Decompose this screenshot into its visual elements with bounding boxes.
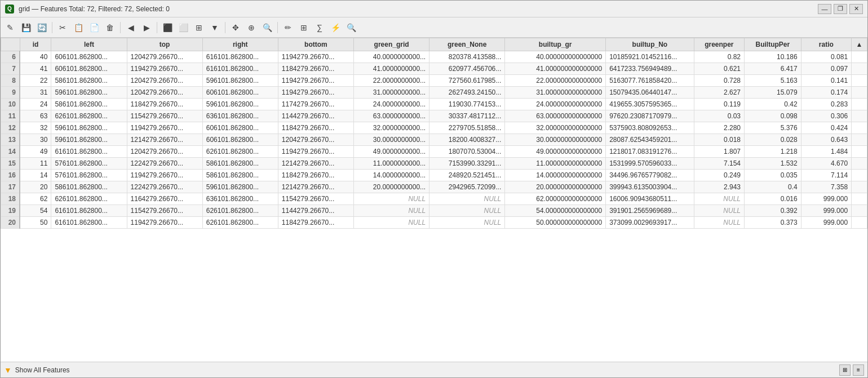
table-cell: 22 [20, 75, 51, 87]
table-cell: NULL [353, 205, 429, 217]
table-row[interactable]: 1024586101.862800...1184279.26670...5961… [1, 99, 867, 110]
table-cell: 2.627 [694, 87, 744, 99]
col-header-rownum[interactable] [1, 38, 20, 51]
toolbar-btn-search[interactable]: 🔍 [344, 20, 358, 35]
minimize-button[interactable]: — [818, 4, 831, 14]
toolbar-btn-invert[interactable]: ⊞ [192, 20, 206, 35]
table-row[interactable]: 1862626101.862800...1164279.26670...6361… [1, 193, 867, 205]
table-cell: 18200.4008327... [429, 134, 505, 146]
table-row[interactable]: 1720586101.862800...1224279.26670...5961… [1, 181, 867, 193]
table-cell: 596101.862800... [202, 181, 278, 193]
table-cell: 626101.862800... [202, 146, 278, 158]
toolbar-btn-reload[interactable]: 🔄 [34, 20, 49, 35]
toolbar-btn-zoom[interactable]: 🔍 [260, 20, 274, 35]
col-header-top[interactable]: top [127, 38, 202, 51]
table-row[interactable]: 1449616101.862800...1204279.26670...6261… [1, 146, 867, 158]
table-row[interactable]: 1163626101.862800...1154279.26670...6361… [1, 110, 867, 122]
table-cell: 616101.862800... [51, 205, 127, 217]
col-header-ratio[interactable]: ratio [801, 38, 851, 51]
toolbar-btn-1[interactable]: ✎ [3, 20, 17, 35]
table-cell: 5.163 [745, 75, 801, 87]
table-cell: 22.0000000000... [353, 75, 429, 87]
table-cell: 54.000000000000000 [505, 205, 606, 217]
toolbar-btn-edit1[interactable]: ✏ [281, 20, 295, 35]
table-cell: 586101.862800... [202, 170, 278, 181]
table-cell: 616101.862800... [51, 146, 127, 158]
col-header-sort[interactable]: ▲ [852, 38, 867, 51]
table-cell: 62.000000000000000 [505, 193, 606, 205]
table-row[interactable]: 1511576101.862800...1224279.26670...5861… [1, 158, 867, 170]
table-row[interactable]: 2050616101.862800...1194279.26670...6261… [1, 217, 867, 229]
table-cell: NULL [353, 217, 429, 229]
toolbar-btn-pan[interactable]: ⊕ [244, 20, 259, 35]
table-cell: 1184279.26670... [127, 99, 202, 110]
toolbar-btn-copy[interactable]: 📋 [71, 20, 86, 35]
table-row[interactable]: 640606101.862800...1204279.26670...61610… [1, 51, 867, 63]
show-features-button[interactable]: ▼ Show All Features [4, 366, 70, 375]
table-cell: 10.186 [745, 51, 801, 63]
table-cell: 63.000000000000000 [505, 110, 606, 122]
toolbar-btn-save[interactable]: 💾 [19, 20, 33, 35]
col-header-bottom[interactable]: bottom [278, 38, 353, 51]
toolbar-btn-next[interactable]: ▶ [139, 20, 154, 35]
col-header-green-none[interactable]: green_None [429, 38, 505, 51]
table-cell: 50.000000000000000 [505, 217, 606, 229]
table-row[interactable]: 1232596101.862800...1194279.26670...6061… [1, 122, 867, 134]
table-cell: 576101.862800... [51, 170, 127, 181]
table-cell: 14 [20, 170, 51, 181]
col-header-builtup-per[interactable]: BuiltupPer [745, 38, 801, 51]
table-cell: 10 [1, 99, 20, 110]
table-row[interactable]: 1954616101.862800...1154279.26670...6261… [1, 205, 867, 217]
toolbar-btn-table[interactable]: ⊞ [296, 20, 311, 35]
table-cell: 0.249 [694, 170, 744, 181]
table-container[interactable]: id left top right bottom green_grid gree… [1, 38, 867, 362]
toolbar-btn-delete[interactable]: 🗑 [103, 20, 117, 35]
table-cell: 636101.862800... [202, 193, 278, 205]
table-row[interactable]: 822586101.862800...1204279.26670...59610… [1, 75, 867, 87]
table-cell: NULL [353, 193, 429, 205]
table-row[interactable]: 931596101.862800...1204279.26670...60610… [1, 87, 867, 99]
toolbar-btn-conditional[interactable]: ⚡ [328, 20, 343, 35]
table-cell: 18 [1, 193, 20, 205]
table-cell: 1194279.26670... [278, 87, 353, 99]
table-cell: 586101.862800... [51, 99, 127, 110]
table-cell: 50 [20, 217, 51, 229]
col-header-builtup-gr[interactable]: builtup_gr [505, 38, 606, 51]
col-header-builtup-no[interactable]: builtup_No [606, 38, 694, 51]
toolbar-btn-deselect[interactable]: ⬜ [176, 20, 191, 35]
toolbar-btn-calc[interactable]: ∑ [312, 20, 327, 35]
col-header-id[interactable]: id [20, 38, 51, 51]
toolbar-btn-cut[interactable]: ✂ [55, 20, 70, 35]
table-cell: 63 [20, 110, 51, 122]
toolbar-btn-move[interactable]: ✥ [228, 20, 243, 35]
col-header-left[interactable]: left [51, 38, 127, 51]
title-bar: Q grid — Features Total: 72, Filtered: 7… [1, 1, 867, 17]
toolbar-btn-filter[interactable]: ▼ [207, 20, 222, 35]
table-cell: 40.0000000000... [353, 51, 429, 63]
table-cell: 5163077.761858420... [606, 75, 694, 87]
col-header-right[interactable]: right [202, 38, 278, 51]
toolbar-btn-select-all[interactable]: ⬛ [160, 20, 175, 35]
table-row[interactable]: 741606101.862800...1194279.26670...61610… [1, 63, 867, 75]
toolbar-btn-prev[interactable]: ◀ [123, 20, 138, 35]
table-cell: 1204279.26670... [127, 75, 202, 87]
table-cell: 0.4 [745, 181, 801, 193]
table-row[interactable]: 1614576101.862800...1194279.26670...5861… [1, 170, 867, 181]
table-cell: 2.280 [694, 122, 744, 134]
table-cell: 12 [1, 122, 20, 134]
col-header-green-grid[interactable]: green_grid [353, 38, 429, 51]
table-cell [852, 193, 867, 205]
status-btn-1[interactable]: ⊞ [839, 364, 851, 376]
table-row[interactable]: 1330596101.862800...1214279.26670...6061… [1, 134, 867, 146]
table-cell: 1144279.26670... [278, 110, 353, 122]
table-cell: 20 [1, 217, 20, 229]
table-cell: 41.000000000000000 [505, 63, 606, 75]
table-cell: 1204279.26670... [127, 51, 202, 63]
status-btn-2[interactable]: ≡ [853, 364, 864, 376]
restore-button[interactable]: ❐ [834, 4, 847, 14]
table-cell [852, 51, 867, 63]
app-icon: Q [5, 5, 14, 14]
col-header-greenper[interactable]: greenper [694, 38, 744, 51]
toolbar-btn-paste[interactable]: 📄 [87, 20, 101, 35]
close-button[interactable]: ✕ [849, 4, 863, 14]
